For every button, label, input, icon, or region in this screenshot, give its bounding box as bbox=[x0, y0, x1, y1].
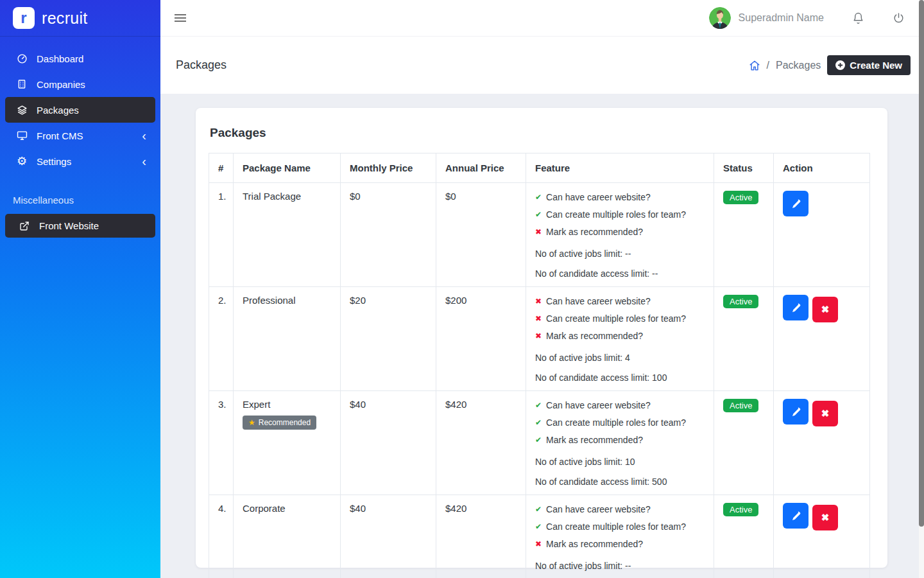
x-icon: ✖ bbox=[535, 295, 542, 308]
packages-icon bbox=[14, 105, 30, 116]
sidebar-item-packages[interactable]: Packages bbox=[5, 97, 155, 123]
breadcrumb: / Packages bbox=[749, 60, 821, 71]
create-new-button[interactable]: Create New bbox=[827, 55, 911, 75]
feature-text: Mark as recommended? bbox=[546, 434, 643, 447]
status-badge: Active bbox=[723, 191, 758, 204]
active-jobs-limit: No of active jobs limit: -- bbox=[535, 249, 705, 259]
status-badge: Active bbox=[723, 399, 758, 412]
chevron-left-icon: ‹ bbox=[142, 129, 146, 142]
user-menu[interactable]: Superadmin Name bbox=[709, 7, 824, 29]
topbar-right: Superadmin Name bbox=[709, 7, 905, 29]
action-cell: ✖ bbox=[774, 391, 870, 495]
check-icon: ✔ bbox=[535, 520, 542, 533]
col-header-status: Status bbox=[714, 153, 774, 183]
star-icon: ★ bbox=[248, 419, 255, 426]
sidebar-item-companies[interactable]: Companies bbox=[5, 71, 155, 97]
breadcrumb-separator: / bbox=[767, 60, 769, 71]
package-name-cell: Trial Package bbox=[234, 183, 341, 287]
check-icon: ✔ bbox=[535, 399, 542, 412]
feature-text: Can create multiple roles for team? bbox=[546, 416, 686, 430]
col-header-index: # bbox=[209, 153, 234, 183]
feature-line: ✔Can have career website? bbox=[535, 191, 705, 204]
row-index: 1. bbox=[209, 183, 234, 287]
sidebar-item-front-website[interactable]: Front Website bbox=[5, 214, 155, 238]
package-name: Professional bbox=[243, 295, 331, 306]
companies-icon bbox=[14, 79, 30, 89]
col-header-feature: Feature bbox=[526, 153, 714, 183]
table-row: 1.Trial Package$0$0✔Can have career webs… bbox=[209, 183, 870, 287]
content-area: Packages # Package Name Monthly Price An… bbox=[160, 94, 924, 578]
page-title: Packages bbox=[176, 58, 227, 72]
plus-circle-icon bbox=[835, 60, 845, 70]
edit-button[interactable] bbox=[783, 295, 809, 320]
feature-line: ✔Can have career website? bbox=[535, 503, 705, 516]
home-icon[interactable] bbox=[749, 60, 760, 71]
x-icon: ✖ bbox=[535, 538, 542, 550]
candidate-access-limit: No of candidate access limit: 500 bbox=[535, 477, 705, 487]
feature-cell: ✔Can have career website?✔Can create mul… bbox=[526, 183, 714, 287]
notifications-bell-icon[interactable] bbox=[852, 12, 864, 24]
candidate-access-limit: No of candidate access limit: 100 bbox=[535, 372, 705, 383]
active-jobs-limit: No of active jobs limit: 4 bbox=[535, 353, 705, 363]
app-logo[interactable]: r recruit bbox=[0, 0, 160, 37]
x-icon: ✖ bbox=[535, 225, 542, 238]
main-area: Superadmin Name Packages / Packages bbox=[160, 0, 924, 578]
card-title: Packages bbox=[210, 126, 875, 140]
status-cell: Active bbox=[714, 495, 774, 578]
feature-line: ✔Can have career website? bbox=[535, 399, 705, 412]
check-icon: ✔ bbox=[535, 191, 542, 204]
annual-price: $200 bbox=[436, 287, 526, 391]
action-cell: ✖ bbox=[774, 495, 870, 578]
sidebar-item-label: Companies bbox=[37, 79, 85, 90]
row-index: 3. bbox=[209, 391, 234, 495]
monthly-price: $0 bbox=[341, 183, 436, 287]
create-new-label: Create New bbox=[850, 60, 902, 71]
feature-cell: ✔Can have career website?✔Can create mul… bbox=[526, 391, 714, 495]
sidebar-item-label: Front Website bbox=[39, 220, 99, 231]
sidebar-item-dashboard[interactable]: Dashboard bbox=[5, 46, 155, 71]
package-name-cell: Corporate bbox=[234, 495, 341, 578]
sidebar-item-settings[interactable]: ⚙ Settings ‹ bbox=[5, 148, 155, 174]
topbar: Superadmin Name bbox=[160, 0, 924, 37]
edit-button[interactable] bbox=[783, 191, 809, 216]
chevron-left-icon: ‹ bbox=[142, 155, 146, 168]
packages-table: # Package Name Monthly Price Annual Pric… bbox=[209, 153, 870, 578]
col-header-package-name: Package Name bbox=[234, 153, 341, 183]
delete-button[interactable]: ✖ bbox=[812, 401, 838, 426]
delete-button[interactable]: ✖ bbox=[812, 505, 838, 530]
feature-line: ✖Mark as recommended? bbox=[535, 225, 705, 239]
feature-text: Mark as recommended? bbox=[546, 329, 643, 343]
col-header-annual-price: Annual Price bbox=[436, 153, 526, 183]
front-cms-icon bbox=[14, 130, 30, 141]
feature-line: ✔Can create multiple roles for team? bbox=[535, 416, 705, 430]
page-scrollbar[interactable] bbox=[919, 0, 924, 578]
check-icon: ✔ bbox=[535, 208, 542, 221]
col-header-monthly-price: Monthly Price bbox=[341, 153, 436, 183]
hamburger-menu-icon[interactable] bbox=[175, 12, 186, 24]
logo-icon: r bbox=[13, 7, 35, 29]
check-icon: ✔ bbox=[535, 416, 542, 429]
edit-button[interactable] bbox=[783, 399, 809, 425]
action-cell: ✖ bbox=[774, 287, 870, 391]
feature-text: Can have career website? bbox=[546, 503, 651, 516]
feature-text: Can have career website? bbox=[546, 399, 651, 412]
delete-button[interactable]: ✖ bbox=[812, 297, 838, 322]
recommended-badge: ★Recommended bbox=[243, 416, 316, 430]
row-index: 4. bbox=[209, 495, 234, 578]
feature-cell: ✔Can have career website?✔Can create mul… bbox=[526, 495, 714, 578]
x-icon: ✖ bbox=[535, 329, 542, 342]
feature-line: ✖Can have career website? bbox=[535, 295, 705, 308]
page-header: Packages / Packages Create New bbox=[160, 37, 924, 94]
sidebar-section-miscellaneous: Miscellaneous bbox=[0, 195, 160, 206]
scrollbar-thumb[interactable] bbox=[919, 0, 924, 527]
edit-button[interactable] bbox=[783, 503, 809, 529]
sidebar-item-front-cms[interactable]: Front CMS ‹ bbox=[5, 123, 155, 148]
power-logout-icon[interactable] bbox=[893, 12, 905, 24]
status-badge: Active bbox=[723, 295, 758, 308]
active-jobs-limit: No of active jobs limit: -- bbox=[535, 561, 705, 571]
avatar bbox=[709, 7, 731, 29]
check-icon: ✔ bbox=[535, 434, 542, 446]
feature-line: ✔Mark as recommended? bbox=[535, 434, 705, 447]
logo-text: recruit bbox=[42, 9, 88, 28]
action-cell bbox=[774, 183, 870, 287]
